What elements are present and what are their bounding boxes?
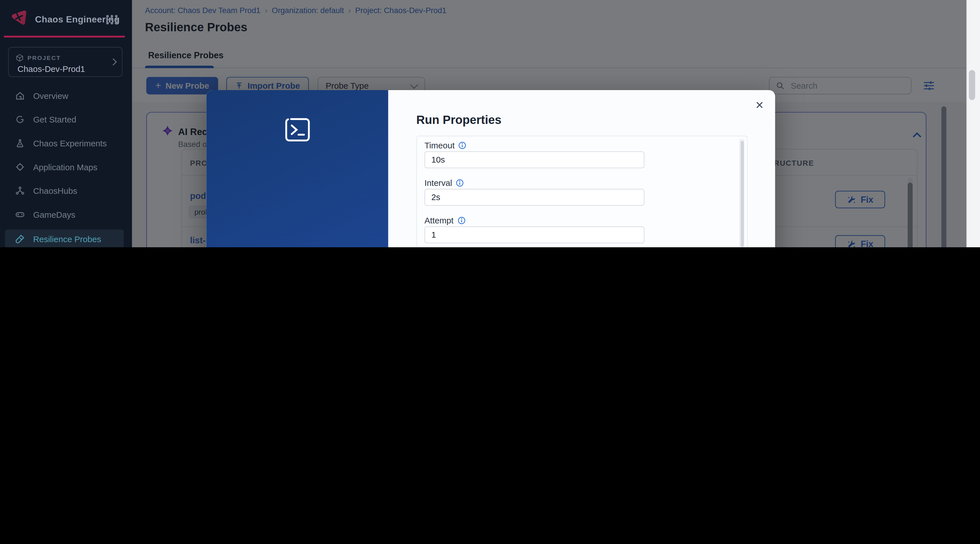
- create-command-probe-modal: Create a Command Probe Overview Probe Pr…: [206, 90, 775, 247]
- chevron-right-icon: [110, 58, 117, 65]
- network-icon: [15, 186, 25, 196]
- page-scrollbar-thumb[interactable]: [969, 70, 975, 100]
- close-icon[interactable]: ✕: [755, 100, 764, 110]
- info-icon[interactable]: [457, 216, 466, 225]
- page-scrollbar-rail[interactable]: [966, 0, 980, 247]
- flask-icon: [15, 138, 25, 148]
- sidebar-item-overview[interactable]: Overview: [5, 86, 124, 105]
- sidebar-item-gamedays[interactable]: GameDays: [5, 205, 124, 224]
- app-window: Chaos Engineering PROJECT Chaos-Dev-Prod…: [0, 0, 980, 247]
- modal-left-panel: Create a Command Probe Overview Probe Pr…: [206, 90, 388, 247]
- interval-input[interactable]: [425, 189, 644, 206]
- field-label: Attempt: [425, 216, 465, 225]
- gamepad-icon: [15, 209, 25, 219]
- sidebar-item-resilience-probes[interactable]: Resilience Probes: [5, 230, 124, 247]
- field-label: Interval: [425, 178, 464, 188]
- field-label: Timeout: [425, 141, 466, 150]
- attempt-input[interactable]: [425, 227, 644, 243]
- run-properties-form: Timeout Interval Attempt Polling Interva…: [417, 136, 748, 247]
- module-grid-icon[interactable]: [106, 15, 118, 24]
- test-tube-icon: [15, 234, 25, 244]
- project-name: Chaos-Dev-Prod1: [18, 64, 85, 74]
- harness-logo-icon[interactable]: [10, 9, 29, 27]
- sidebar-item-get-started[interactable]: Get Started: [5, 110, 124, 129]
- module-accent-line: [4, 35, 125, 38]
- project-label: PROJECT: [27, 54, 61, 61]
- cube-icon: [16, 54, 24, 62]
- terminal-icon: [283, 115, 312, 144]
- compass-icon: [15, 115, 25, 124]
- sidebar-item-application-maps[interactable]: Application Maps: [5, 158, 124, 177]
- timeout-input[interactable]: [425, 152, 644, 168]
- modal-title: Run Properties: [417, 113, 502, 127]
- target-icon: [15, 162, 25, 172]
- home-icon: [15, 91, 25, 101]
- info-icon[interactable]: [458, 141, 467, 150]
- form-scrollbar-track[interactable]: [740, 139, 745, 247]
- modal-wizard-title: Create a Command Probe: [206, 246, 388, 247]
- sidebar-item-chaoshubs[interactable]: ChaosHubs: [5, 181, 124, 200]
- form-scrollbar-thumb[interactable]: [741, 141, 744, 247]
- sidebar: Chaos Engineering PROJECT Chaos-Dev-Prod…: [0, 0, 132, 247]
- sidebar-item-chaos-experiments[interactable]: Chaos Experiments: [5, 134, 124, 153]
- info-icon[interactable]: [456, 179, 464, 187]
- project-selector[interactable]: PROJECT Chaos-Dev-Prod1: [8, 47, 123, 77]
